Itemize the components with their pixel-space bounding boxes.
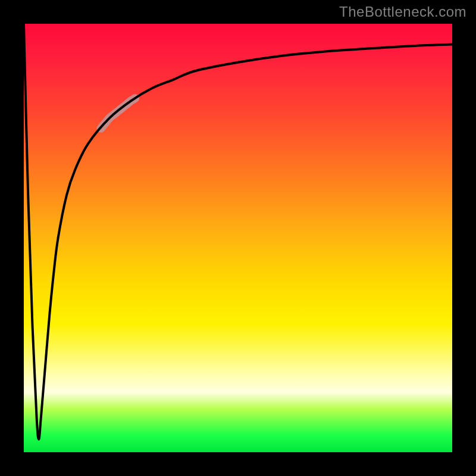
watermark-text: TheBottleneck.com [339, 4, 466, 20]
plot-area [24, 24, 452, 452]
chart-frame: TheBottleneck.com [0, 0, 476, 476]
curve-layer [24, 24, 452, 452]
curve-path [24, 24, 452, 439]
